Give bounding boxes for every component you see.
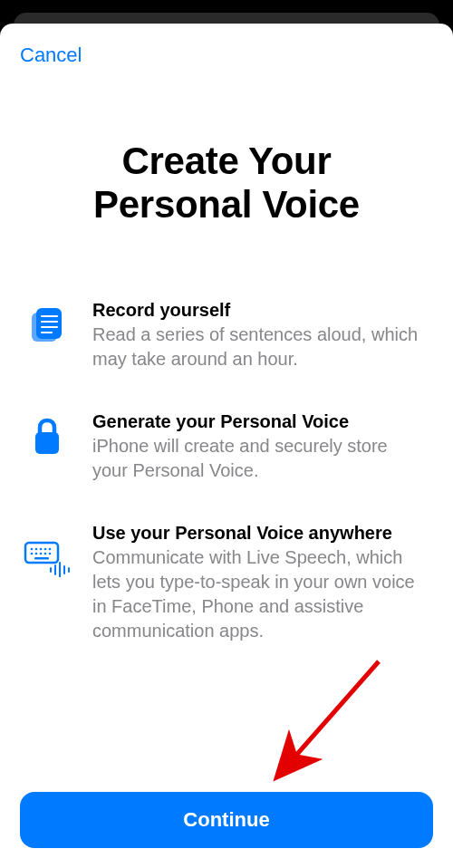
lock-icon <box>22 411 72 457</box>
svg-point-13 <box>31 552 34 555</box>
svg-point-8 <box>31 547 34 550</box>
feature-list: Record yourself Read a series of sentenc… <box>0 300 453 643</box>
svg-rect-1 <box>36 308 62 339</box>
svg-point-15 <box>40 552 43 555</box>
svg-point-11 <box>44 547 47 550</box>
feature-generate: Generate your Personal Voice iPhone will… <box>22 411 428 483</box>
feature-text: Generate your Personal Voice iPhone will… <box>92 411 428 483</box>
feature-desc: iPhone will create and securely store yo… <box>92 434 428 483</box>
svg-point-12 <box>49 547 52 550</box>
svg-point-10 <box>40 547 43 550</box>
continue-button[interactable]: Continue <box>20 792 433 848</box>
svg-rect-6 <box>35 432 59 454</box>
feature-text: Record yourself Read a series of sentenc… <box>92 300 428 371</box>
feature-title: Generate your Personal Voice <box>92 411 428 432</box>
feature-desc: Read a series of sentences aloud, which … <box>92 323 428 371</box>
feature-desc: Communicate with Live Speech, which lets… <box>92 545 428 643</box>
feature-record: Record yourself Read a series of sentenc… <box>22 300 428 371</box>
feature-title: Record yourself <box>92 300 428 321</box>
cancel-button[interactable]: Cancel <box>20 43 82 67</box>
svg-rect-18 <box>34 557 49 560</box>
svg-rect-7 <box>25 543 58 563</box>
svg-point-16 <box>44 552 47 555</box>
keyboard-voice-icon <box>22 523 72 577</box>
feature-text: Use your Personal Voice anywhere Communi… <box>92 523 428 643</box>
sheet-header: Cancel <box>0 24 453 67</box>
page-title: Create Your Personal Voice <box>0 140 453 227</box>
document-stack-icon <box>22 300 72 343</box>
feature-anywhere: Use your Personal Voice anywhere Communi… <box>22 523 428 643</box>
feature-title: Use your Personal Voice anywhere <box>92 523 428 544</box>
svg-point-9 <box>35 547 38 550</box>
svg-point-17 <box>49 552 52 555</box>
svg-point-14 <box>35 552 38 555</box>
onboarding-sheet: Cancel Create Your Personal Voice Record… <box>0 24 453 868</box>
